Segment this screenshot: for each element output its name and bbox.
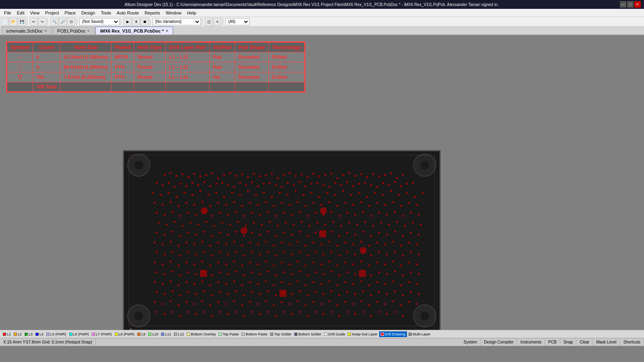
svg-point-525	[330, 311, 332, 313]
title-bar: Altium Designer Dev (15.1) - C:\Users\al…	[0, 0, 644, 9]
svg-point-526	[339, 315, 341, 317]
shortcuts-section[interactable]: Shortcuts	[620, 338, 644, 346]
menu-item-help[interactable]: Help	[185, 10, 199, 16]
tab-schematic[interactable]: schematic.SchDoc ✕	[2, 27, 52, 35]
layer-chip-Top-Solder[interactable]: Top Solder	[269, 331, 293, 337]
svg-point-180	[291, 214, 293, 216]
layer-chip-L2[interactable]: L2	[12, 331, 23, 337]
tb-save[interactable]: 💾	[18, 18, 26, 26]
layer-chip-L6--PWR-[interactable]: L6 (PWR)	[68, 331, 91, 337]
layer-label: L5 (PWR)	[50, 332, 66, 336]
layer-chip-L4[interactable]: L4	[34, 331, 45, 337]
layer-chip-Bottom-Paste[interactable]: Bottom Paste	[240, 331, 268, 337]
layer-chip-Drill-Guide[interactable]: Drill Guide	[323, 331, 346, 337]
layer-chip-Multi-Layer[interactable]: Multi-Layer	[407, 331, 432, 337]
layer-chip-L7--PWR-[interactable]: L7 (PWR)	[91, 331, 113, 337]
layer-chip-L10[interactable]: L10	[147, 331, 159, 337]
menu-item-autoroute[interactable]: Auto Route	[114, 10, 141, 16]
tab-pcb1[interactable]: PCB1.PcbDoc ✕	[53, 27, 95, 35]
close-button[interactable]: ✕	[634, 1, 641, 8]
svg-point-453	[299, 290, 301, 292]
layer-color-indicator	[115, 333, 118, 336]
svg-point-13	[188, 176, 190, 178]
layer-chip-L3[interactable]: L3	[23, 331, 34, 337]
not-saved-combo[interactable]: (Not Saved)	[79, 18, 120, 25]
layer-chip-Top-Paste[interactable]: Top Paste	[217, 331, 240, 337]
menu-item-window[interactable]: Window	[163, 10, 184, 16]
svg-point-71	[281, 186, 283, 188]
svg-point-503	[156, 311, 158, 313]
svg-point-309	[235, 251, 237, 253]
svg-point-345	[249, 261, 251, 263]
svg-point-47	[390, 173, 392, 175]
svg-point-99	[192, 194, 194, 196]
layer-chip-Drill-Drawing[interactable]: Drill Drawing	[379, 331, 407, 337]
menu-item-place[interactable]: Place	[62, 10, 78, 16]
layer-chip-L11[interactable]: L11	[160, 331, 172, 337]
tb-zoom-in[interactable]: 🔍	[50, 18, 58, 26]
svg-point-314	[275, 255, 277, 257]
tb-view-mode[interactable]: ◫	[205, 18, 213, 26]
layer-chip-Keep-Out-Layer[interactable]: Keep-Out Layer	[347, 331, 379, 337]
tb-zoom-out[interactable]: 🔎	[59, 18, 67, 26]
layer-chip-L1[interactable]: L1	[2, 331, 12, 337]
tb-pause[interactable]: ⏸	[132, 18, 140, 26]
svg-point-110	[279, 192, 281, 194]
tb-stop[interactable]: ⏹	[140, 18, 149, 26]
svg-point-489	[312, 301, 314, 303]
tab-imx6-close[interactable]: ✕	[165, 29, 169, 33]
zoom-combo[interactable]: (All)	[225, 18, 250, 25]
pcb-canvas[interactable]	[123, 150, 441, 331]
svg-point-469	[154, 301, 156, 303]
svg-point-12	[182, 173, 184, 175]
layer-chip-L12[interactable]: L12	[173, 331, 185, 337]
tb-new[interactable]: 📄	[1, 18, 9, 26]
svg-point-414	[257, 283, 259, 285]
layer-chip-Bottom-Overlay[interactable]: Bottom Overlay	[186, 331, 217, 337]
cell-plated: PTH	[111, 72, 134, 82]
svg-point-144	[273, 205, 275, 207]
tb-run[interactable]: ▶	[124, 18, 132, 26]
svg-point-27	[271, 173, 273, 175]
menu-item-reports[interactable]: Reports	[142, 10, 163, 16]
pcb-section[interactable]: PCB	[545, 338, 560, 346]
menu-item-project[interactable]: Project	[43, 10, 61, 16]
tb-open[interactable]: 📂	[9, 18, 17, 26]
svg-point-202	[197, 224, 199, 226]
tb-undo[interactable]: ↩	[30, 18, 38, 26]
instruments-section[interactable]: Instruments	[517, 338, 545, 346]
variations-combo[interactable]: [No Variations]	[153, 18, 201, 25]
mask-level-button[interactable]: Mask Level	[593, 338, 620, 346]
menu-item-edit[interactable]: Edit	[14, 10, 27, 16]
svg-point-125	[398, 194, 400, 196]
menu-item-tools[interactable]: Tools	[98, 10, 114, 16]
tab-imx6[interactable]: iMX6 Rex_V1I1_PCB.PcbDoc * ✕	[95, 27, 173, 35]
layer-color-indicator	[174, 333, 177, 336]
system-section[interactable]: System	[460, 338, 481, 346]
minimize-button[interactable]: —	[620, 1, 626, 8]
svg-point-374	[211, 274, 213, 276]
tb-layers[interactable]: ≡	[213, 18, 221, 26]
svg-point-276	[241, 245, 243, 247]
clear-button[interactable]: Clear	[576, 338, 593, 346]
menu-item-view[interactable]: View	[28, 10, 42, 16]
tb-zoom-fit[interactable]: ⊡	[67, 18, 75, 26]
svg-point-109	[271, 196, 273, 198]
svg-point-323	[346, 251, 348, 253]
svg-point-244	[259, 234, 261, 236]
tb-redo[interactable]: ↪	[38, 18, 46, 26]
layer-chip-Bottom-Solder[interactable]: Bottom Solder	[293, 331, 322, 337]
design-compiler-section[interactable]: Design Compiler	[481, 338, 517, 346]
layer-chip-L5--PWR-[interactable]: L5 (PWR)	[45, 331, 68, 337]
svg-point-28	[277, 177, 279, 179]
layer-chip-L8--PWR-[interactable]: L8 (PWR)	[114, 331, 136, 337]
maximize-button[interactable]: □	[627, 1, 634, 8]
svg-point-56	[192, 182, 194, 184]
tab-schematic-close[interactable]: ✕	[44, 29, 47, 33]
menu-item-file[interactable]: File	[2, 10, 14, 16]
tab-pcb1-close[interactable]: ✕	[87, 29, 90, 33]
snap-button[interactable]: Snap	[560, 338, 576, 346]
svg-point-403	[169, 280, 171, 282]
layer-chip-L9[interactable]: L9	[136, 331, 147, 337]
menu-item-design[interactable]: Design	[79, 10, 97, 16]
